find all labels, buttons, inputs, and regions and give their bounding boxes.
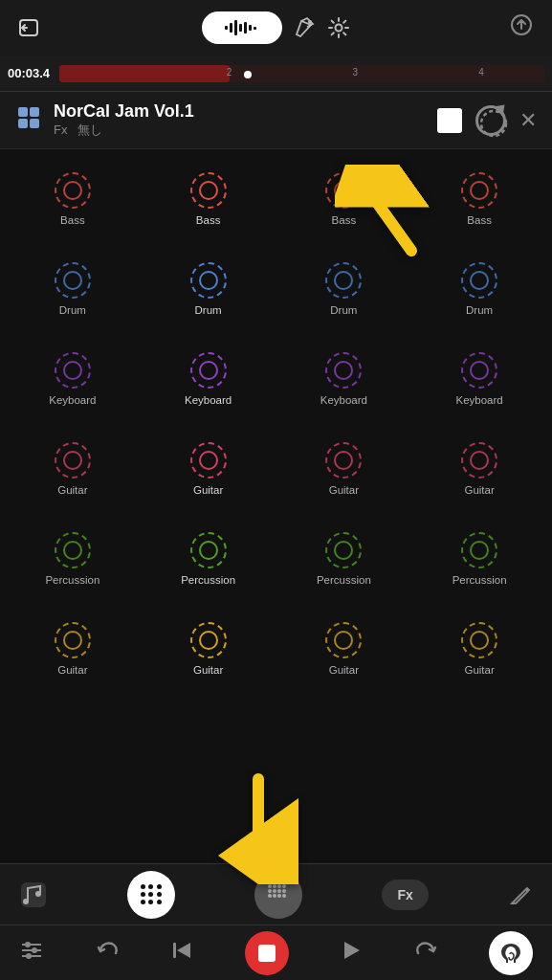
svg-point-30 xyxy=(273,894,276,898)
instrument-cell-guitar2-0[interactable]: Guitar xyxy=(8,607,138,691)
instrument-label: Drum xyxy=(195,304,222,316)
timeline-track[interactable]: 2 3 4 xyxy=(59,65,544,82)
instrument-knob xyxy=(55,532,91,568)
stop-button[interactable] xyxy=(437,108,462,133)
mixer-sliders-button[interactable] xyxy=(19,938,44,969)
fx-label: Fx xyxy=(397,887,412,902)
track-fx-label: Fx xyxy=(54,122,67,137)
track-fx-value: 無し xyxy=(77,122,102,137)
instrument-knob-inner xyxy=(199,631,218,650)
instrument-cell-guitar-0[interactable]: Guitar xyxy=(8,427,138,511)
svg-point-24 xyxy=(282,884,286,888)
loop-button[interactable] xyxy=(475,105,506,136)
lambs-ear-button[interactable] xyxy=(489,931,533,975)
back-button[interactable] xyxy=(17,14,44,41)
pattern-dots-button[interactable] xyxy=(127,871,175,919)
track-header: NorCal Jam Vol.1 Fx 無し ✕ xyxy=(0,92,552,149)
instrument-cell-keyboard-1[interactable]: Keyboard xyxy=(144,337,274,421)
svg-point-27 xyxy=(277,889,281,893)
instrument-cell-drum-1[interactable]: Drum xyxy=(144,247,274,331)
svg-point-20 xyxy=(35,891,41,897)
instrument-cell-guitar2-2[interactable]: Guitar xyxy=(279,607,409,691)
instrument-cell-percussion-1[interactable]: Percussion xyxy=(144,517,274,601)
instrument-grid: BassBassBassBassDrumDrumDrumDrumKeyboard… xyxy=(0,149,552,699)
instrument-knob-inner xyxy=(199,451,218,470)
nav-center xyxy=(202,11,351,44)
note-button[interactable] xyxy=(19,880,48,909)
svg-point-19 xyxy=(23,899,29,904)
instrument-cell-keyboard-0[interactable]: Keyboard xyxy=(8,337,138,421)
svg-rect-7 xyxy=(254,27,256,30)
instrument-cell-keyboard-3[interactable]: Keyboard xyxy=(414,337,544,421)
instrument-knob-inner xyxy=(470,181,489,200)
instrument-label: Guitar xyxy=(464,484,494,496)
instrument-cell-keyboard-2[interactable]: Keyboard xyxy=(279,337,409,421)
instrument-label: Keyboard xyxy=(320,394,367,406)
close-button[interactable]: ✕ xyxy=(519,108,537,133)
fx-button[interactable]: Fx xyxy=(382,880,428,910)
instrument-label: Drum xyxy=(59,304,86,316)
instrument-cell-percussion-0[interactable]: Percussion xyxy=(8,517,138,601)
edit-pencil-button[interactable] xyxy=(508,882,533,907)
track-title-block: NorCal Jam Vol.1 Fx 無し xyxy=(54,101,194,139)
instrument-cell-drum-2[interactable]: Drum xyxy=(279,247,409,331)
play-button[interactable] xyxy=(339,938,364,969)
instrument-knob xyxy=(461,262,497,299)
track-fx: Fx 無し xyxy=(54,122,194,139)
instrument-label: Bass xyxy=(196,214,221,226)
record-button[interactable] xyxy=(245,931,289,975)
instrument-label: Keyboard xyxy=(49,394,96,406)
instrument-cell-drum-0[interactable]: Drum xyxy=(8,247,138,331)
transport-bar xyxy=(0,924,552,980)
timeline-marker-4: 4 xyxy=(478,67,484,78)
dots-grid-icon xyxy=(141,884,162,904)
redo-button[interactable] xyxy=(414,938,439,969)
instrument-cell-percussion-3[interactable]: Percussion xyxy=(414,517,544,601)
waveform-button[interactable] xyxy=(202,11,282,44)
svg-marker-41 xyxy=(344,942,360,959)
instrument-cell-bass-2[interactable]: Bass xyxy=(279,157,409,241)
instrument-cell-bass-0[interactable]: Bass xyxy=(8,157,138,241)
settings-button[interactable] xyxy=(326,15,351,40)
pen-tool-button[interactable] xyxy=(292,15,317,40)
instrument-cell-guitar-3[interactable]: Guitar xyxy=(414,427,544,511)
instrument-knob xyxy=(190,442,227,479)
undo-button[interactable] xyxy=(95,938,120,969)
grid-view-button[interactable] xyxy=(254,871,302,919)
timeline: 00:03.4 2 3 4 xyxy=(0,56,552,92)
instrument-cell-bass-3[interactable]: Bass xyxy=(414,157,544,241)
instrument-cell-guitar-2[interactable]: Guitar xyxy=(279,427,409,511)
instrument-label: Percussion xyxy=(45,574,99,586)
upload-button[interactable] xyxy=(508,11,535,44)
bottom-bar: Fx xyxy=(0,863,552,924)
svg-rect-6 xyxy=(249,25,252,31)
instrument-cell-drum-3[interactable]: Drum xyxy=(414,247,544,331)
skip-back-button[interactable] xyxy=(169,938,194,969)
instrument-label: Guitar xyxy=(57,664,87,676)
instrument-knob-inner xyxy=(63,541,82,560)
instrument-label: Bass xyxy=(60,214,85,226)
instrument-cell-guitar-1[interactable]: Guitar xyxy=(144,427,274,511)
instrument-cell-bass-1[interactable]: Bass xyxy=(144,157,274,241)
instrument-knob-inner xyxy=(199,271,218,290)
instrument-knob xyxy=(55,352,91,389)
svg-rect-13 xyxy=(18,119,28,128)
instrument-cell-guitar2-3[interactable]: Guitar xyxy=(414,607,544,691)
instrument-cell-guitar2-1[interactable]: Guitar xyxy=(144,607,274,691)
svg-point-25 xyxy=(268,889,272,893)
instrument-label: Guitar xyxy=(193,664,223,676)
instrument-label: Drum xyxy=(330,304,357,316)
instrument-knob xyxy=(461,532,497,568)
instrument-label: Bass xyxy=(467,214,492,226)
svg-point-15 xyxy=(481,111,506,136)
instrument-cell-percussion-2[interactable]: Percussion xyxy=(279,517,409,601)
instrument-label: Guitar xyxy=(57,484,87,496)
instrument-knob-inner xyxy=(63,271,82,290)
svg-marker-40 xyxy=(177,943,190,958)
svg-point-38 xyxy=(26,953,32,959)
instrument-knob xyxy=(461,352,497,389)
instrument-label: Bass xyxy=(332,214,357,226)
timeline-playhead xyxy=(244,71,252,78)
instrument-knob xyxy=(461,172,497,209)
svg-point-37 xyxy=(32,947,37,953)
